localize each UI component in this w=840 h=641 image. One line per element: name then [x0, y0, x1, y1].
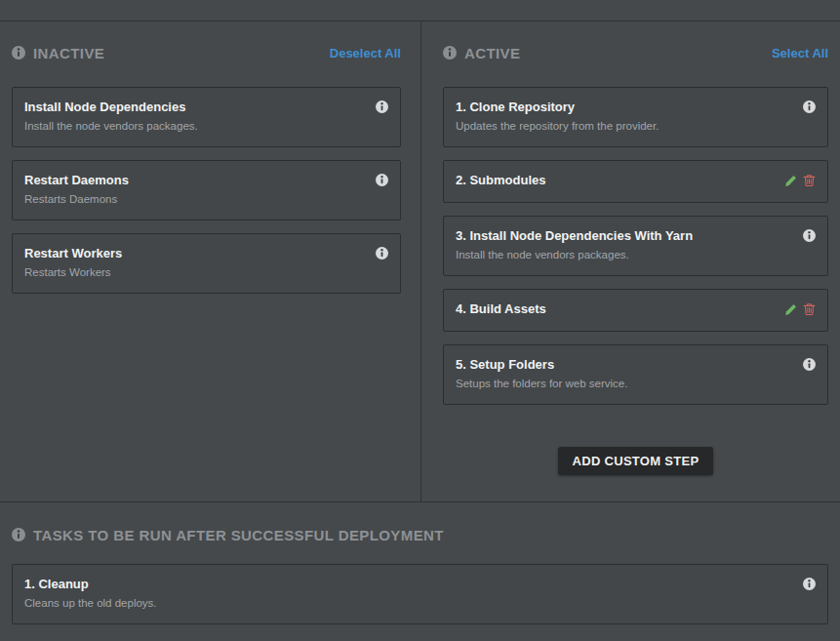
info-icon[interactable] [376, 247, 388, 260]
task-card-title: 2. Submodules [456, 173, 545, 188]
task-card[interactable]: Install Node Dependencies Install the no… [12, 87, 401, 147]
task-card-description: Install the node vendors packages. [456, 249, 816, 261]
active-panel-header: ACTIVE Select All [443, 44, 828, 61]
task-card-title: Restart Daemons [24, 173, 129, 188]
task-card-title: 5. Setup Folders [456, 357, 554, 373]
task-card-description: Restarts Daemons [24, 193, 388, 206]
info-icon[interactable] [376, 100, 388, 113]
select-all-link[interactable]: Select All [772, 46, 828, 60]
task-card-title: Install Node Dependencies [24, 100, 185, 115]
info-icon[interactable] [376, 174, 388, 186]
active-panel: ACTIVE Select All 1. Clone Repository Up… [443, 21, 828, 501]
active-card-list: 1. Clone Repository Updates the reposito… [443, 87, 828, 405]
delete-icon[interactable] [803, 302, 816, 316]
panel-title: TASKS TO BE RUN AFTER SUCCESSFUL DEPLOYM… [33, 527, 444, 543]
inactive-panel-header: .mark{fill:#45494c} INACTIVE Deselect Al… [12, 44, 401, 61]
info-icon[interactable] [803, 578, 816, 590]
edit-icon[interactable] [784, 175, 797, 187]
task-card-description: Cleans up the old deploys. [24, 597, 816, 610]
step-columns: .mark{fill:#45494c} INACTIVE Deselect Al… [0, 21, 840, 501]
info-icon[interactable] [803, 100, 816, 113]
inactive-panel: .mark{fill:#45494c} INACTIVE Deselect Al… [12, 21, 401, 501]
task-card-title: 1. Clone Repository [456, 100, 575, 115]
task-card-title: 1. Cleanup [24, 577, 89, 592]
post-deployment-panel: TASKS TO BE RUN AFTER SUCCESSFUL DEPLOYM… [0, 526, 840, 624]
panel-title: ACTIVE [464, 45, 520, 61]
section-divider [0, 501, 840, 502]
task-card[interactable]: 1. Clone Repository Updates the reposito… [443, 87, 828, 147]
task-card-description: Install the node vendors packages. [24, 120, 388, 133]
task-card[interactable]: Restart Daemons Restarts Daemons [12, 160, 401, 220]
add-custom-step-button[interactable]: ADD CUSTOM STEP [558, 447, 714, 475]
task-card-description: Setups the folders for web service. [456, 378, 816, 390]
deselect-all-link[interactable]: Deselect All [330, 46, 401, 60]
task-card[interactable]: Restart Workers Restarts Workers [12, 233, 401, 294]
info-icon[interactable] [803, 229, 816, 242]
task-card[interactable]: 2. Submodules [443, 160, 828, 203]
column-divider [420, 21, 421, 501]
delete-icon[interactable] [803, 174, 816, 187]
task-card[interactable]: 3. Install Node Dependencies With Yarn I… [443, 216, 828, 276]
task-card-title: 4. Build Assets [456, 301, 546, 317]
task-card-title: 3. Install Node Dependencies With Yarn [456, 228, 693, 244]
post-deployment-card-list: 1. Cleanup Cleans up the old deploys. [12, 564, 828, 624]
info-icon[interactable] [12, 528, 25, 541]
task-card[interactable]: 4. Build Assets [443, 289, 828, 332]
info-icon[interactable] [803, 358, 816, 371]
task-card-description: Restarts Workers [24, 266, 388, 279]
task-card[interactable]: 5. Setup Folders Setups the folders for … [443, 344, 828, 405]
task-card[interactable]: 1. Cleanup Cleans up the old deploys. [12, 564, 828, 624]
post-deployment-header: TASKS TO BE RUN AFTER SUCCESSFUL DEPLOYM… [12, 526, 828, 543]
task-card-description: Updates the repository from the provider… [456, 120, 816, 133]
panel-title: INACTIVE [33, 45, 104, 61]
task-card-title: Restart Workers [24, 246, 122, 261]
inactive-card-list: Install Node Dependencies Install the no… [12, 87, 401, 294]
info-icon[interactable]: .mark{fill:#45494c} [12, 46, 25, 60]
info-icon[interactable] [443, 46, 457, 60]
edit-icon[interactable] [784, 303, 797, 316]
